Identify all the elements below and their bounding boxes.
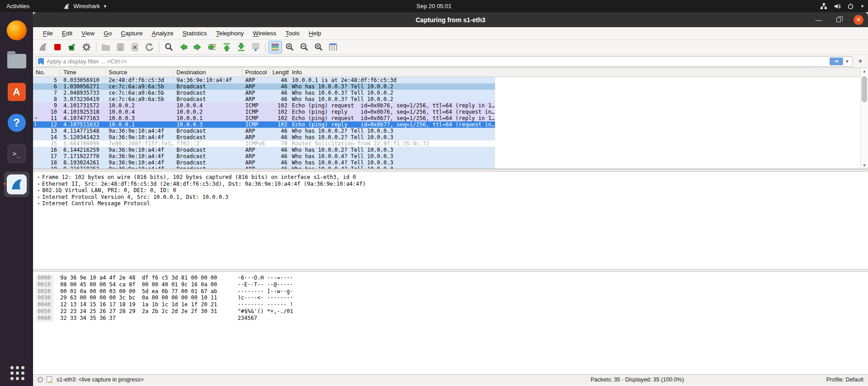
column-header-source[interactable]: Source (106, 68, 174, 77)
zoom-out-button[interactable] (297, 41, 311, 53)
menu-file[interactable]: File (38, 30, 57, 37)
display-filter-input[interactable] (47, 58, 830, 65)
dock-item-wireshark[interactable] (4, 172, 29, 197)
file-save-button[interactable] (114, 41, 127, 53)
go-forward-button[interactable] (191, 41, 205, 53)
detail-tree-row[interactable]: ▸Internet Protocol Version 4, Src: 10.0.… (36, 194, 868, 201)
dock-item-firefox[interactable] (4, 18, 29, 43)
column-header-length[interactable]: Length (270, 68, 289, 77)
file-open-button[interactable] (99, 41, 113, 53)
capture-stop-button[interactable] (51, 41, 64, 53)
hex-row[interactable]: 001008 00 45 00 00 54 ca 8f 00 00 40 01 … (36, 281, 868, 288)
menu-help[interactable]: Help (304, 30, 326, 37)
filter-dropdown-chevron-icon[interactable]: ▼ (845, 59, 849, 64)
app-menu[interactable]: Wireshark ▼ (63, 3, 107, 10)
add-filter-button[interactable]: + (855, 56, 865, 66)
packet-row-5[interactable]: 50.0330569102e:48:df:f6:c5:3d9a:36:9e:10… (33, 77, 860, 83)
display-filter-field[interactable]: ➜ ▼ (36, 56, 853, 67)
scrollbar-thumb[interactable] (862, 76, 867, 102)
resize-columns-button[interactable] (326, 41, 340, 53)
menu-wireless[interactable]: Wireless (248, 30, 281, 37)
capture-comment-icon[interactable] (47, 376, 52, 383)
zoom-in-button[interactable] (283, 41, 296, 53)
packet-row-14[interactable]: 145.1203414239a:36:9e:10:a4:4fBroadcastA… (33, 134, 860, 140)
apply-filter-button[interactable]: ➜ (830, 58, 843, 65)
packet-row-15[interactable]: 155.664700099fe80::208f:f1ff:fe3…ff02::2… (33, 140, 860, 147)
go-last-button[interactable] (234, 41, 248, 53)
capture-start-button[interactable] (36, 41, 50, 53)
show-applications-button[interactable] (7, 362, 27, 382)
detail-tree-row[interactable]: ▸Frame 12: 102 bytes on wire (816 bits),… (36, 174, 868, 181)
find-packet-button[interactable] (162, 41, 176, 53)
chevron-down-icon[interactable]: ▼ (860, 4, 864, 9)
activities-button[interactable]: Activities (0, 0, 36, 12)
power-icon[interactable] (847, 3, 854, 10)
capture-options-button[interactable] (80, 41, 93, 53)
volume-icon[interactable] (834, 3, 841, 10)
dock-item-terminal[interactable]: >_ (4, 141, 29, 166)
maximize-button[interactable] (834, 15, 844, 25)
packet-row-11[interactable]: 11→4.10747716310.0.0.310.0.0.1ICMP102Ech… (33, 115, 860, 121)
colorize-button[interactable] (268, 41, 282, 53)
packet-row-13[interactable]: 134.1147715489a:36:9e:10:a4:4fBroadcastA… (33, 128, 860, 134)
packet-row-6[interactable]: 61.030056271ce:7c:6a:a9:6a:5bBroadcastAR… (33, 83, 860, 90)
expander-icon[interactable]: ▸ (36, 187, 42, 194)
menu-view[interactable]: View (77, 30, 99, 37)
packet-row-16[interactable]: 166.1442162599a:36:9e:10:a4:4fBroadcastA… (33, 147, 860, 153)
go-first-button[interactable] (220, 41, 234, 53)
packet-row-8[interactable]: 83.073230419ce:7c:6a:a9:6a:5bBroadcastAR… (33, 96, 860, 102)
expander-icon[interactable]: ▸ (36, 174, 42, 181)
expander-icon[interactable]: ▸ (36, 181, 42, 188)
detail-tree-row[interactable]: ▸Internet Control Message Protocol (36, 200, 868, 207)
minimize-button[interactable]: — (814, 15, 824, 25)
expander-icon[interactable]: ▸ (36, 200, 42, 207)
packet-row-9[interactable]: 94.10173157210.0.0.210.0.0.4ICMP102Echo … (33, 102, 860, 109)
detail-tree-row[interactable]: ▸802.1Q Virtual LAN, PRI: 0, DEI: 0, ID:… (36, 187, 868, 194)
packet-row-17[interactable]: 177.1719227709a:36:9e:10:a4:4fBroadcastA… (33, 153, 860, 159)
hex-row[interactable]: 005022 23 24 25 26 27 28 29 2a 2b 2c 2d … (36, 308, 868, 315)
column-header-no[interactable]: No. (33, 68, 61, 77)
column-header-info[interactable]: Info (289, 68, 495, 77)
menu-go[interactable]: Go (99, 30, 116, 37)
zoom-reset-button[interactable] (312, 41, 325, 53)
dock-item-ubuntu-software[interactable]: A (4, 79, 29, 105)
scroll-up-icon[interactable]: ▲ (861, 69, 868, 73)
hex-row[interactable]: 00009a 36 9e 10 a4 4f 2e 48 df f6 c5 3d … (36, 275, 868, 281)
dock-item-help[interactable]: ? (4, 110, 29, 135)
file-close-button[interactable] (128, 41, 142, 53)
auto-scroll-button[interactable] (249, 41, 262, 53)
title-bar[interactable]: Capturing from s1-eth3 — ✕ (33, 12, 868, 27)
hex-row[interactable]: 003029 63 00 00 00 00 3c bc 0a 00 00 00 … (36, 294, 868, 301)
packet-row-7[interactable]: 72.048935733ce:7c:6a:a9:6a:5bBroadcastAR… (33, 90, 860, 96)
detail-tree-row[interactable]: ▸Ethernet II, Src: 2e:48:df:f6:c5:3d (2e… (36, 181, 868, 188)
hex-row[interactable]: 002000 01 0a 00 00 03 00 00 5d ea 0b 77 … (36, 288, 868, 295)
capture-restart-button[interactable] (65, 41, 79, 53)
close-button[interactable]: ✕ (854, 15, 863, 25)
packet-list-header[interactable]: No.TimeSourceDestinationProtocolLengthIn… (33, 68, 868, 77)
bookmark-icon[interactable] (38, 58, 44, 65)
packet-row-12[interactable]: 12I4.10751163210.0.0.110.0.0.3ICMP102Ech… (33, 121, 860, 128)
go-to-packet-button[interactable] (205, 41, 219, 53)
go-back-button[interactable] (176, 41, 190, 53)
hex-row[interactable]: 004012 13 14 15 16 17 18 19 1a 1b 1c 1d … (36, 301, 868, 308)
menu-capture[interactable]: Capture (116, 30, 147, 37)
reload-button[interactable] (143, 41, 156, 53)
capture-status-icon[interactable] (38, 377, 43, 382)
packet-row-10[interactable]: 104.10192531810.0.0.410.0.0.2ICMP102Echo… (33, 109, 860, 115)
column-header-time[interactable]: Time (61, 68, 106, 77)
network-icon[interactable] (820, 3, 827, 10)
menu-tools[interactable]: Tools (281, 30, 305, 37)
status-profile[interactable]: Profile: Default (826, 376, 863, 383)
column-header-destination[interactable]: Destination (174, 68, 243, 77)
clock[interactable]: Sep 20 05:01 (416, 3, 451, 10)
packet-row-19[interactable]: 199.2167182529a:36:9e:10:a4:4fBroadcastA… (33, 166, 860, 169)
menu-analyze[interactable]: Analyze (147, 30, 178, 37)
menu-statistics[interactable]: Statistics (178, 30, 211, 37)
expander-icon[interactable]: ▸ (36, 194, 42, 201)
menu-edit[interactable]: Edit (57, 30, 77, 37)
packet-list-scrollbar[interactable]: ▲ ▼ (860, 68, 868, 169)
packet-row-18[interactable]: 188.1930242619a:36:9e:10:a4:4fBroadcastA… (33, 159, 860, 166)
hex-row[interactable]: 006032 33 34 35 36 37234567 (36, 315, 868, 322)
column-header-protocol[interactable]: Protocol (243, 68, 270, 77)
menu-telephony[interactable]: Telephony (211, 30, 248, 37)
